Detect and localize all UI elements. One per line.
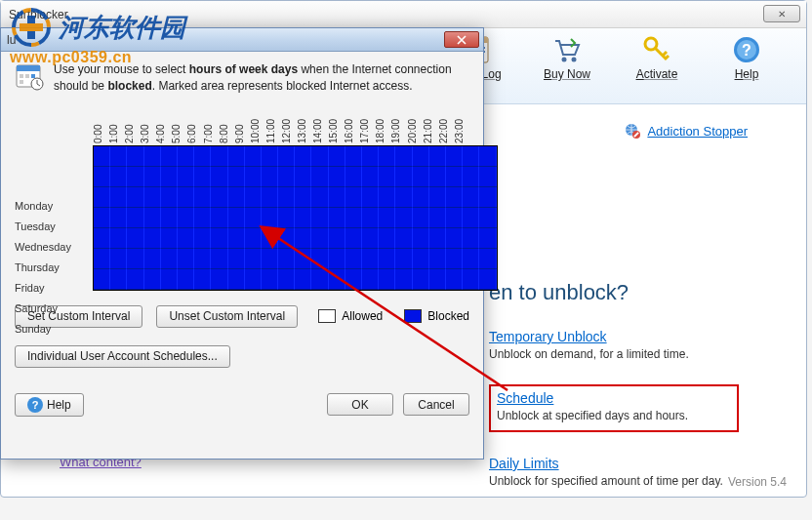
schedule-cell[interactable]	[211, 249, 227, 269]
schedule-cell[interactable]	[228, 187, 245, 208]
schedule-cell[interactable]	[345, 228, 362, 249]
schedule-cell[interactable]	[295, 167, 311, 187]
schedule-cell[interactable]	[379, 269, 395, 290]
schedule-cell[interactable]	[395, 249, 412, 269]
daily-limits-link[interactable]: Daily Limits	[489, 456, 559, 471]
schedule-cell[interactable]	[278, 146, 295, 167]
schedule-cell[interactable]	[479, 187, 496, 208]
schedule-cell[interactable]	[110, 249, 127, 269]
schedule-cell[interactable]	[479, 208, 496, 228]
schedule-cell[interactable]	[178, 269, 194, 290]
schedule-cell[interactable]	[345, 208, 362, 228]
schedule-cell[interactable]	[413, 208, 429, 228]
schedule-cell[interactable]	[245, 146, 262, 167]
schedule-cell[interactable]	[178, 249, 194, 269]
schedule-cell[interactable]	[127, 146, 143, 167]
schedule-cell[interactable]	[94, 269, 110, 290]
schedule-cell[interactable]	[127, 167, 143, 187]
schedule-cell[interactable]	[278, 187, 295, 208]
schedule-cell[interactable]	[161, 146, 178, 167]
schedule-cell[interactable]	[295, 146, 311, 167]
schedule-cell[interactable]	[446, 228, 463, 249]
schedule-cell[interactable]	[329, 249, 345, 269]
dialog-titlebar[interactable]: lu	[1, 28, 483, 52]
schedule-cell[interactable]	[178, 208, 194, 228]
schedule-cell[interactable]	[94, 228, 110, 249]
schedule-cell[interactable]	[262, 228, 278, 249]
schedule-cell[interactable]	[479, 269, 496, 290]
schedule-cell[interactable]	[245, 208, 262, 228]
schedule-cell[interactable]	[362, 208, 379, 228]
schedule-cell[interactable]	[413, 228, 429, 249]
schedule-cell[interactable]	[479, 228, 496, 249]
toolbar-activate[interactable]: Activate	[627, 34, 687, 103]
schedule-cell[interactable]	[295, 187, 311, 208]
schedule-cell[interactable]	[413, 146, 429, 167]
schedule-cell[interactable]	[479, 146, 496, 167]
dialog-help-button[interactable]: ? Help	[15, 393, 84, 417]
schedule-cell[interactable]	[144, 228, 161, 249]
schedule-cell[interactable]	[245, 249, 262, 269]
schedule-cell[interactable]	[395, 228, 412, 249]
schedule-cell[interactable]	[110, 228, 127, 249]
dialog-close-button[interactable]	[444, 31, 479, 48]
schedule-cell[interactable]	[379, 249, 395, 269]
schedule-cell[interactable]	[379, 187, 395, 208]
schedule-cell[interactable]	[463, 208, 479, 228]
schedule-cell[interactable]	[429, 228, 446, 249]
schedule-cell[interactable]	[446, 187, 463, 208]
schedule-cell[interactable]	[395, 269, 412, 290]
schedule-cell[interactable]	[362, 146, 379, 167]
schedule-cell[interactable]	[295, 228, 311, 249]
schedule-cell[interactable]	[94, 187, 110, 208]
schedule-cell[interactable]	[262, 269, 278, 290]
schedule-cell[interactable]	[463, 249, 479, 269]
schedule-cell[interactable]	[144, 269, 161, 290]
schedule-cell[interactable]	[446, 146, 463, 167]
unset-custom-interval-button[interactable]: Unset Custom Interval	[156, 305, 298, 328]
schedule-cell[interactable]	[278, 269, 295, 290]
schedule-cell[interactable]	[446, 167, 463, 187]
schedule-cell[interactable]	[446, 249, 463, 269]
schedule-cell[interactable]	[228, 146, 245, 167]
schedule-cell[interactable]	[329, 187, 345, 208]
schedule-cell[interactable]	[413, 269, 429, 290]
schedule-cell[interactable]	[362, 228, 379, 249]
schedule-cell[interactable]	[228, 269, 245, 290]
schedule-cell[interactable]	[94, 249, 110, 269]
schedule-cell[interactable]	[144, 167, 161, 187]
schedule-cell[interactable]	[228, 249, 245, 269]
schedule-cell[interactable]	[262, 187, 278, 208]
toolbar-help[interactable]: ? Help	[716, 34, 777, 103]
schedule-link[interactable]: Schedule	[497, 390, 553, 406]
schedule-cell[interactable]	[479, 249, 496, 269]
schedule-cell[interactable]	[463, 146, 479, 167]
schedule-cell[interactable]	[245, 167, 262, 187]
schedule-cell[interactable]	[429, 269, 446, 290]
schedule-cell[interactable]	[311, 249, 328, 269]
schedule-cell[interactable]	[362, 249, 379, 269]
schedule-cell[interactable]	[94, 208, 110, 228]
schedule-cell[interactable]	[262, 208, 278, 228]
schedule-cell[interactable]	[161, 269, 178, 290]
schedule-cell[interactable]	[144, 187, 161, 208]
schedule-cell[interactable]	[446, 269, 463, 290]
schedule-cell[interactable]	[463, 228, 479, 249]
schedule-cell[interactable]	[262, 146, 278, 167]
schedule-heatmap[interactable]	[93, 145, 498, 291]
schedule-cell[interactable]	[228, 208, 245, 228]
schedule-cell[interactable]	[345, 249, 362, 269]
schedule-cell[interactable]	[110, 146, 127, 167]
schedule-cell[interactable]	[395, 167, 412, 187]
schedule-cell[interactable]	[311, 167, 328, 187]
schedule-cell[interactable]	[379, 228, 395, 249]
schedule-cell[interactable]	[362, 167, 379, 187]
schedule-cell[interactable]	[429, 249, 446, 269]
schedule-cell[interactable]	[329, 228, 345, 249]
schedule-cell[interactable]	[395, 208, 412, 228]
schedule-cell[interactable]	[379, 167, 395, 187]
schedule-cell[interactable]	[161, 208, 178, 228]
schedule-cell[interactable]	[329, 146, 345, 167]
schedule-cell[interactable]	[110, 167, 127, 187]
schedule-cell[interactable]	[379, 208, 395, 228]
